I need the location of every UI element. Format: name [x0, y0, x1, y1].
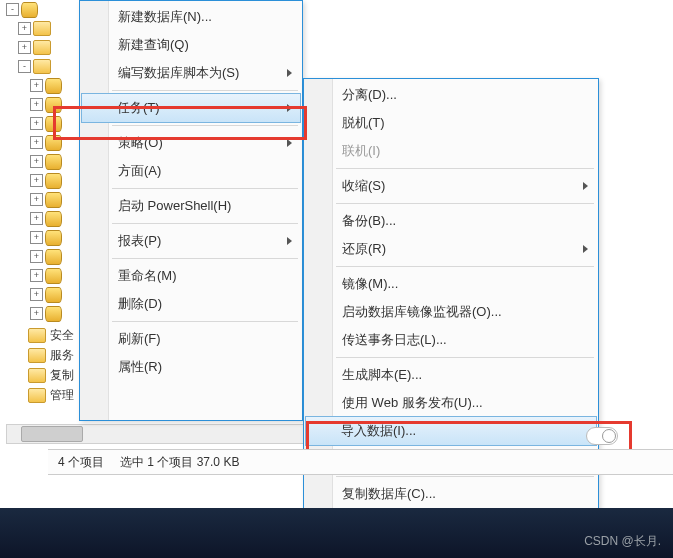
tree-node[interactable]: +: [6, 114, 76, 133]
menu-item: 联机(I): [306, 137, 596, 165]
tree-node[interactable]: +: [6, 76, 76, 95]
expand-icon[interactable]: +: [30, 98, 43, 111]
tree-node[interactable]: +: [6, 190, 76, 209]
menu-item-label: 还原(R): [342, 240, 386, 258]
tree-node[interactable]: +: [6, 228, 76, 247]
tree-node[interactable]: -: [6, 0, 76, 19]
scrollbar-thumb[interactable]: [21, 426, 83, 442]
menu-separator: [112, 223, 298, 224]
menu-item-label: 脱机(T): [342, 114, 385, 132]
menu-item-label: 任务(T): [117, 99, 160, 117]
submenu-arrow-icon: [583, 182, 588, 190]
expand-icon[interactable]: +: [18, 41, 31, 54]
expand-icon[interactable]: +: [30, 269, 43, 282]
tree-labels: 安全服务复制管理: [28, 325, 74, 405]
menu-item-label: 新建数据库(N)...: [118, 8, 212, 26]
menu-item[interactable]: 生成脚本(E)...: [306, 361, 596, 389]
expand-icon[interactable]: +: [30, 174, 43, 187]
tree-label[interactable]: 服务: [50, 347, 74, 364]
menu-separator: [336, 476, 594, 477]
menu-item[interactable]: 任务(T): [81, 93, 301, 123]
menu-item-label: 收缩(S): [342, 177, 385, 195]
collapse-icon[interactable]: -: [6, 3, 19, 16]
database-icon: [45, 97, 62, 113]
menu-item[interactable]: 备份(B)...: [306, 207, 596, 235]
tree-node[interactable]: +: [6, 95, 76, 114]
folder-icon: [28, 328, 46, 343]
menu-item-label: 新建查询(Q): [118, 36, 189, 54]
tree-node[interactable]: +: [6, 171, 76, 190]
database-icon: [45, 173, 62, 189]
menu-item[interactable]: 报表(P): [82, 227, 300, 255]
menu-item[interactable]: 编写数据库脚本为(S): [82, 59, 300, 87]
submenu-arrow-icon: [583, 245, 588, 253]
toggle-switch[interactable]: [586, 427, 618, 445]
menu-item[interactable]: 分离(D)...: [306, 81, 596, 109]
menu-item[interactable]: 复制数据库(C)...: [306, 480, 596, 508]
menu-separator: [336, 357, 594, 358]
tree-label[interactable]: 复制: [50, 367, 74, 384]
tree-node[interactable]: +: [6, 247, 76, 266]
menu-item[interactable]: 还原(R): [306, 235, 596, 263]
menu-item[interactable]: 收缩(S): [306, 172, 596, 200]
menu-item-label: 方面(A): [118, 162, 161, 180]
tree-node[interactable]: +: [6, 304, 76, 323]
menu-separator: [112, 258, 298, 259]
expand-icon[interactable]: +: [18, 22, 31, 35]
menu-item[interactable]: 脱机(T): [306, 109, 596, 137]
expand-icon[interactable]: +: [30, 193, 43, 206]
tree-node[interactable]: -: [6, 57, 76, 76]
tree-node[interactable]: +: [6, 133, 76, 152]
expand-icon[interactable]: +: [30, 136, 43, 149]
horizontal-scrollbar[interactable]: [6, 424, 308, 444]
expand-icon[interactable]: +: [30, 231, 43, 244]
submenu-arrow-icon: [287, 237, 292, 245]
tree-node[interactable]: +: [6, 38, 76, 57]
menu-item[interactable]: 启动数据库镜像监视器(O)...: [306, 298, 596, 326]
menu-item[interactable]: 重命名(M): [82, 262, 300, 290]
menu-item-label: 报表(P): [118, 232, 161, 250]
folder-icon: [33, 59, 51, 74]
menu-item[interactable]: 删除(D): [82, 290, 300, 318]
menu-item-label: 重命名(M): [118, 267, 177, 285]
menu-item[interactable]: 方面(A): [82, 157, 300, 185]
menu-item[interactable]: 使用 Web 服务发布(U)...: [306, 389, 596, 417]
database-icon: [45, 135, 62, 151]
watermark: CSDN @长月.: [584, 533, 661, 550]
object-explorer-tree[interactable]: -++-+++++++++++++: [6, 0, 76, 323]
expand-icon[interactable]: +: [30, 288, 43, 301]
tree-node[interactable]: +: [6, 285, 76, 304]
menu-item[interactable]: 导入数据(I)...: [305, 416, 597, 446]
tree-node[interactable]: +: [6, 152, 76, 171]
menu-item[interactable]: 策略(O): [82, 129, 300, 157]
menu-item-label: 分离(D)...: [342, 86, 397, 104]
expand-icon[interactable]: +: [30, 117, 43, 130]
expand-icon[interactable]: +: [30, 79, 43, 92]
expand-icon[interactable]: +: [30, 155, 43, 168]
menu-item[interactable]: 属性(R): [82, 353, 300, 381]
menu-item-label: 备份(B)...: [342, 212, 396, 230]
menu-separator: [336, 203, 594, 204]
menu-item[interactable]: 刷新(F): [82, 325, 300, 353]
database-icon: [45, 211, 62, 227]
menu-item[interactable]: 新建数据库(N)...: [82, 3, 300, 31]
expand-icon[interactable]: +: [30, 307, 43, 320]
menu-separator: [112, 125, 298, 126]
folder-icon: [28, 348, 46, 363]
status-selected: 选中 1 个项目 37.0 KB: [120, 454, 239, 471]
menu-item[interactable]: 镜像(M)...: [306, 270, 596, 298]
menu-item[interactable]: 新建查询(Q): [82, 31, 300, 59]
tree-node[interactable]: +: [6, 209, 76, 228]
menu-item[interactable]: 启动 PowerShell(H): [82, 192, 300, 220]
expand-icon[interactable]: +: [30, 250, 43, 263]
tree-label[interactable]: 安全: [50, 327, 74, 344]
expand-icon[interactable]: +: [30, 212, 43, 225]
tree-label[interactable]: 管理: [50, 387, 74, 404]
taskbar: [0, 508, 673, 558]
tree-node[interactable]: +: [6, 266, 76, 285]
menu-item[interactable]: 传送事务日志(L)...: [306, 326, 596, 354]
tree-node[interactable]: +: [6, 19, 76, 38]
collapse-icon[interactable]: -: [18, 60, 31, 73]
database-icon: [45, 230, 62, 246]
database-icon: [45, 154, 62, 170]
